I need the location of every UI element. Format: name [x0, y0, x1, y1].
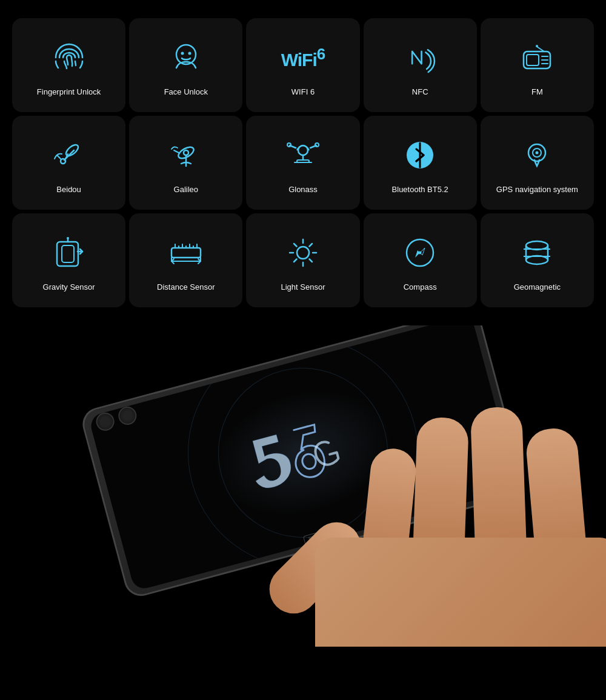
feature-card-face: Face Unlock [129, 18, 242, 112]
galileo-label: Galileo [174, 185, 198, 195]
svg-rect-4 [527, 55, 539, 65]
feature-card-wifi6: WiFi6 WIFI 6 [246, 18, 359, 112]
finger-3 [413, 417, 469, 558]
svg-point-12 [61, 159, 65, 164]
gps-icon [519, 134, 555, 176]
nfc-label: NFC [412, 87, 428, 98]
svg-line-51 [309, 259, 312, 262]
galileo-icon [168, 134, 204, 176]
feature-card-fm: FM [481, 18, 594, 112]
beidou-icon [51, 134, 87, 176]
wifi6-text: WiFi6 [281, 46, 325, 69]
distance-label: Distance Sensor [157, 282, 215, 293]
fm-label: FM [531, 87, 543, 98]
palm [315, 538, 606, 647]
compass-icon [402, 232, 438, 274]
feature-grid: Fingerprint Unlock Face Unlock WiFi6 WIF… [0, 0, 606, 319]
gravity-label: Gravity Sensor [43, 282, 95, 293]
feature-card-compass: Compass [364, 213, 477, 307]
distance-icon [168, 232, 204, 274]
svg-point-45 [297, 247, 309, 259]
feature-card-galileo: Galileo [129, 116, 242, 210]
feature-card-gravity: Gravity Sensor [12, 213, 125, 307]
feature-card-geomagnetic: Geomagnetic [481, 213, 594, 307]
svg-line-52 [309, 244, 312, 247]
svg-point-21 [315, 143, 319, 147]
face-label: Face Unlock [164, 87, 208, 98]
glonass-label: Glonass [288, 185, 318, 195]
light-icon [285, 232, 321, 274]
svg-rect-31 [62, 245, 74, 262]
feature-card-beidou: Beidou [12, 116, 125, 210]
fingerprint-icon [51, 36, 87, 79]
feature-card-gps: GPS navigation system [481, 116, 594, 210]
light-label: Light Sensor [281, 282, 325, 293]
svg-point-56 [526, 241, 548, 250]
phone-section: TF/SIM CARD [0, 325, 606, 647]
wifi6-icon: WiFi6 [281, 36, 325, 79]
fingerprint-label: Fingerprint Unlock [37, 87, 101, 98]
wifi6-label: WIFI 6 [291, 87, 315, 98]
compass-label: Compass [404, 282, 437, 293]
svg-point-1 [181, 52, 184, 55]
svg-point-2 [188, 52, 191, 55]
finger-2 [470, 407, 527, 554]
page-wrapper: Fingerprint Unlock Face Unlock WiFi6 WIF… [0, 0, 606, 647]
svg-line-53 [294, 259, 297, 262]
feature-card-fingerprint: Fingerprint Unlock [12, 18, 125, 112]
beidou-label: Beidou [56, 185, 81, 195]
gravity-icon [51, 232, 87, 274]
fm-icon [519, 36, 555, 79]
svg-line-18 [174, 150, 179, 153]
svg-line-50 [294, 244, 297, 247]
bluetooth-label: Bluetooth BT5.2 [392, 185, 448, 195]
feature-card-bluetooth: Bluetooth BT5.2 [364, 116, 477, 210]
gps-label: GPS navigation system [496, 185, 578, 195]
feature-card-nfc: NFC [364, 18, 477, 112]
hand-phone-container: TF/SIM CARD [0, 325, 606, 647]
svg-point-20 [287, 143, 291, 147]
svg-rect-34 [171, 248, 201, 258]
face-icon [168, 36, 204, 79]
fingers-container [224, 398, 606, 647]
bluetooth-icon [402, 134, 438, 176]
feature-card-distance: Distance Sensor [129, 213, 242, 307]
svg-point-33 [67, 237, 69, 239]
svg-point-9 [536, 45, 538, 47]
svg-point-29 [536, 152, 539, 155]
nfc-icon [402, 36, 438, 79]
glonass-icon [285, 134, 321, 176]
svg-line-13 [57, 155, 61, 159]
geomagnetic-icon [519, 232, 555, 274]
feature-card-glonass: Glonass [246, 116, 359, 210]
feature-card-light: Light Sensor [246, 213, 359, 307]
svg-point-57 [526, 256, 548, 264]
geomagnetic-label: Geomagnetic [514, 282, 561, 293]
